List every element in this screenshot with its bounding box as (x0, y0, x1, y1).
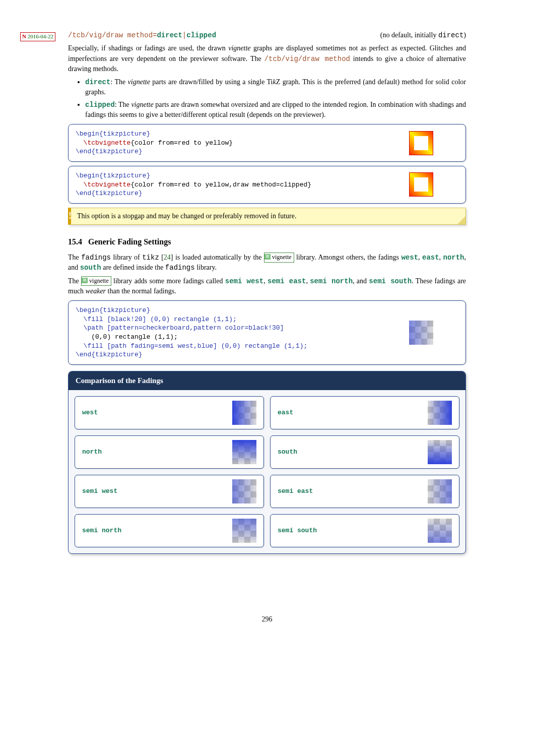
citation-link[interactable]: 24 (164, 254, 171, 261)
fading-name: north (82, 448, 102, 457)
vignette-output-icon (409, 172, 433, 197)
fading-item: semi north (75, 514, 264, 547)
fading-name: semi east (278, 487, 313, 496)
code-example-3: \begin{tikzpicture} \fill [black!20] (0,… (68, 300, 466, 364)
comparison-box: Comparison of the Fadings westeastnorths… (68, 371, 466, 554)
code-block: \begin{tikzpicture} \tcbvignette{color f… (76, 130, 399, 156)
library-icon (264, 254, 271, 260)
list-item: direct: The vignette parts are drawn/fil… (85, 77, 466, 98)
option-header: /tcb/vig/draw method=direct|clipped (no … (68, 30, 466, 40)
fading-item: north (75, 435, 264, 469)
version-date: 2016-04-22 (28, 33, 53, 39)
code-block: \begin{tikzpicture} \tcbvignette{color f… (76, 171, 399, 198)
option-value-clipped: clipped (186, 31, 216, 39)
code-example-1: \begin{tikzpicture} \tcbvignette{color f… (68, 124, 466, 162)
fading-swatch-icon (428, 440, 452, 464)
paragraph: The vignette library adds some more fadi… (68, 276, 466, 297)
fading-swatch-icon (232, 479, 256, 503)
version-badge: N 2016-04-22 (20, 32, 55, 41)
fading-item: east (270, 396, 459, 429)
warning-icon: ! (69, 209, 72, 222)
fading-name: west (82, 408, 98, 418)
fading-item: semi east (270, 475, 459, 508)
option-default: (no default, initially direct) (380, 30, 466, 40)
option-list: direct: The vignette parts are drawn/fil… (68, 77, 466, 120)
fading-name: south (278, 448, 297, 457)
fading-swatch-icon (428, 519, 452, 543)
option-path: /tcb/vig/draw method (68, 31, 153, 39)
list-item: clipped: The vignette parts are drawn so… (85, 100, 466, 120)
folded-corner-icon (457, 216, 465, 224)
page-number: 296 (68, 614, 466, 624)
fading-name: east (278, 408, 293, 418)
option-value-direct: direct (157, 31, 182, 39)
paragraph: The fadings library of tikz [24] is load… (68, 253, 466, 273)
warning-box: ! This option is a stopgap and may be ch… (68, 208, 466, 225)
fading-item: south (270, 435, 459, 469)
fading-swatch-icon (232, 401, 256, 425)
fading-swatch-icon (428, 401, 452, 425)
fading-item: west (75, 396, 264, 429)
fading-swatch-icon (232, 519, 256, 543)
section-heading: 15.4 Generic Fading Settings (68, 236, 466, 247)
fading-output-icon (409, 321, 433, 345)
intro-paragraph: Especially, if shadings or fadings are u… (68, 43, 466, 74)
fading-name: semi north (82, 526, 121, 536)
warning-text: This option is a stopgap and may be chan… (77, 212, 296, 220)
fading-name: semi west (82, 487, 117, 496)
fading-swatch-icon (428, 479, 452, 503)
library-icon (82, 278, 88, 283)
code-block: \begin{tikzpicture} \fill [black!20] (0,… (76, 306, 399, 359)
fading-name: semi south (278, 526, 317, 536)
fading-item: semi west (75, 475, 264, 508)
fading-swatch-icon (232, 440, 256, 464)
version-n: N (22, 33, 26, 39)
vignette-output-icon (409, 131, 433, 155)
comparison-title: Comparison of the Fadings (69, 371, 465, 391)
library-badge: vignette (81, 276, 111, 286)
fading-item: semi south (270, 514, 459, 547)
library-badge: vignette (264, 253, 294, 262)
code-example-2: \begin{tikzpicture} \tcbvignette{color f… (68, 166, 466, 204)
